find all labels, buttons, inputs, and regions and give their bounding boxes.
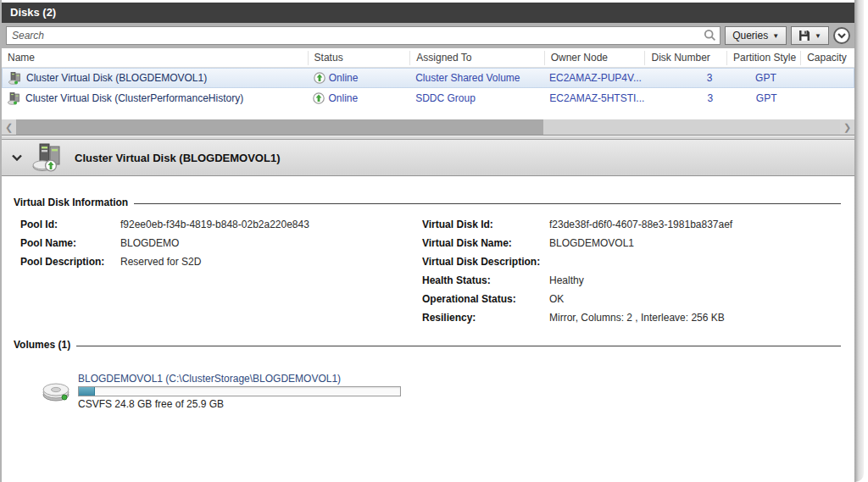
cluster-disk-large-icon <box>32 143 64 172</box>
search-toolbar: Queries ▼ ▼ <box>2 23 854 48</box>
info-field: Virtual Disk Id: f23de38f-d6f0-4607-88e3… <box>422 219 841 231</box>
field-value: BLOGDEMOVOL1 <box>549 237 634 250</box>
info-field: Resiliency: Mirror, Columns: 2 , Interle… <box>422 312 841 324</box>
scroll-right-button[interactable]: ❯ <box>840 119 854 135</box>
cluster-disk-icon <box>8 72 22 85</box>
info-field: Pool Description: Reserved for S2D <box>20 256 422 269</box>
scrollbar-track[interactable] <box>16 119 840 135</box>
online-status-icon <box>313 92 325 104</box>
field-value: f92ee0eb-f34b-4819-b848-02b2a220e843 <box>120 219 309 231</box>
disks-panel: Disks (2) Queries ▼ <box>0 0 854 482</box>
section-title: Virtual Disk Information <box>14 197 128 208</box>
search-box <box>6 26 721 45</box>
window-edge <box>854 0 864 482</box>
column-header-name[interactable]: Name <box>2 51 308 65</box>
assigned-to-value: SDDC Group <box>409 92 543 104</box>
partition-style-value: GPT <box>726 92 800 104</box>
save-icon <box>798 30 810 42</box>
column-header-status[interactable]: Status <box>308 51 410 65</box>
column-header-partition-style[interactable]: Partition Style <box>726 51 800 65</box>
column-header-disk-number[interactable]: Disk Number <box>644 51 726 65</box>
online-status-icon <box>314 72 326 84</box>
scrollbar-thumb[interactable] <box>16 119 543 135</box>
partition-style-value: GPT <box>726 72 800 84</box>
horizontal-scrollbar: ❮ ❯ <box>2 119 854 135</box>
disk-name: Cluster Virtual Disk (BLOGDEMOVOL1) <box>26 72 207 84</box>
assigned-to-value: Cluster Shared Volume <box>409 72 543 84</box>
search-input[interactable] <box>6 26 721 45</box>
field-value: Healthy <box>549 274 584 287</box>
info-field: Operational Status: OK <box>422 293 841 306</box>
queries-dropdown-button[interactable]: Queries ▼ <box>725 26 787 45</box>
section-rule <box>76 346 841 346</box>
field-value: f23de38f-d6f0-4607-88e3-1981ba837aef <box>549 219 732 231</box>
disk-number-value: 3 <box>644 72 726 84</box>
volume-usage-text: CSVFS 24.8 GB free of 25.9 GB <box>78 398 401 410</box>
volume-item[interactable]: BLOGDEMOVOL1 (C:\ClusterStorage\BLOGDEMO… <box>42 373 841 410</box>
section-title: Volumes (1) <box>14 339 70 351</box>
details-pane-header: Cluster Virtual Disk (BLOGDEMOVOL1) <box>2 140 854 176</box>
info-field: Pool Id: f92ee0eb-f34b-4819-b848-02b2a22… <box>20 219 422 231</box>
info-field: Virtual Disk Description: <box>422 256 841 269</box>
virtual-disk-information: Pool Id: f92ee0eb-f34b-4819-b848-02b2a22… <box>14 219 841 330</box>
volume-usage-bar <box>78 386 401 396</box>
disk-number-value: 3 <box>644 92 726 104</box>
status-value: Online <box>329 72 359 84</box>
cluster-disk-icon <box>8 92 21 105</box>
details-title: Cluster Virtual Disk (BLOGDEMOVOL1) <box>75 152 280 164</box>
scroll-left-button[interactable]: ❮ <box>2 119 16 135</box>
queries-label: Queries <box>732 30 768 42</box>
field-label: Resiliency: <box>422 312 549 324</box>
panel-title: Disks (2) <box>2 3 854 23</box>
search-icon <box>704 29 716 42</box>
field-label: Virtual Disk Id: <box>422 219 549 231</box>
volumes-section-header: Volumes (1) <box>14 339 841 351</box>
field-value: BLOGDEMO <box>120 237 179 250</box>
disk-name: Cluster Virtual Disk (ClusterPerformance… <box>25 92 243 104</box>
field-label: Health Status: <box>422 274 549 287</box>
volume-disk-icon <box>42 380 72 402</box>
column-header-capacity[interactable]: Capacity <box>800 51 854 65</box>
section-rule <box>134 203 841 204</box>
field-value: Reserved for S2D <box>120 256 201 269</box>
volume-usage-fill <box>79 387 95 396</box>
table-row[interactable]: Cluster Virtual Disk (BLOGDEMOVOL1) Onli… <box>2 68 854 88</box>
save-query-split-button[interactable]: ▼ <box>791 26 829 45</box>
status-value: Online <box>328 92 358 104</box>
info-field: Virtual Disk Name: BLOGDEMOVOL1 <box>422 237 841 250</box>
chevron-down-icon <box>837 33 846 39</box>
field-value: Mirror, Columns: 2 , Interleave: 256 KB <box>549 312 725 324</box>
info-field: Health Status: Healthy <box>422 274 841 287</box>
table-header-row: Name Status Assigned To Owner Node Disk … <box>2 48 854 68</box>
owner-node-value: EC2AMAZ-PUP4V... <box>543 72 643 84</box>
field-label: Virtual Disk Description: <box>422 256 549 269</box>
collapse-details-chevron[interactable] <box>12 154 22 161</box>
info-field: Pool Name: BLOGDEMO <box>20 237 422 250</box>
field-label: Pool Id: <box>20 219 120 231</box>
field-label: Pool Description: <box>20 256 120 269</box>
owner-node-value: EC2AMAZ-5HTSTI... <box>543 92 644 104</box>
field-label: Operational Status: <box>422 293 549 306</box>
volume-name: BLOGDEMOVOL1 (C:\ClusterStorage\BLOGDEMO… <box>78 373 401 385</box>
field-label: Pool Name: <box>20 237 120 250</box>
chevron-down-icon: ▼ <box>772 32 779 40</box>
virtual-disk-information-section-header: Virtual Disk Information <box>14 197 841 208</box>
field-label: Virtual Disk Name: <box>422 237 549 250</box>
chevron-down-icon: ▼ <box>815 32 821 40</box>
field-value: OK <box>549 293 564 306</box>
table-row[interactable]: Cluster Virtual Disk (ClusterPerformance… <box>2 88 854 108</box>
details-pane-body: Virtual Disk Information Pool Id: f92ee0… <box>2 176 854 410</box>
collapse-panel-button[interactable] <box>833 27 850 44</box>
column-header-assigned-to[interactable]: Assigned To <box>409 51 543 65</box>
column-header-owner-node[interactable]: Owner Node <box>544 51 645 65</box>
